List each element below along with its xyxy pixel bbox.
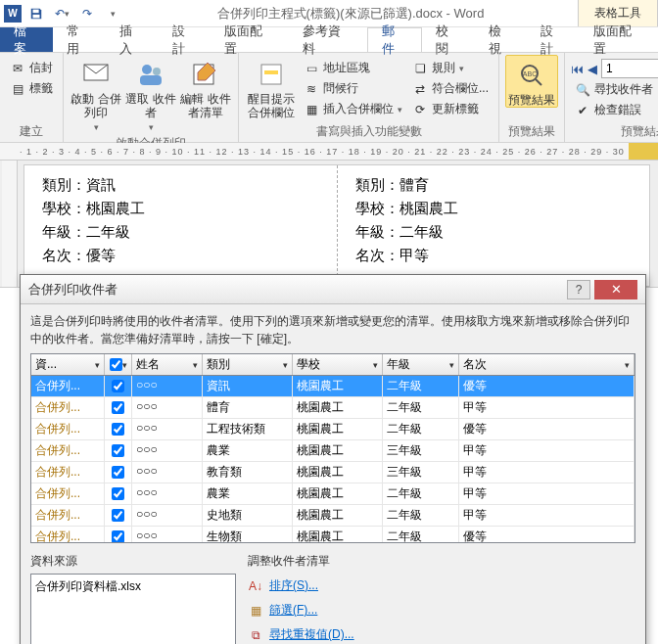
sort-icon: A↓ [248, 578, 263, 594]
cell-school: 桃園農工 [293, 505, 383, 526]
label-line: 學校：桃園農工 [355, 197, 633, 220]
col-source[interactable]: 資...▾ [31, 354, 105, 375]
insert-merge-field-button[interactable]: ▦插入合併欄位▾ [300, 100, 406, 118]
mail-merge-recipients-dialog: 合併列印收件者 ? ✕ 這是合併列印時將使用的收件者清單。使用下列的選項來新增或… [20, 274, 646, 644]
table-row[interactable]: 合併列...○○○農業桃園農工二年級甲等 [31, 483, 634, 505]
table-row[interactable]: 合併列...○○○農業桃園農工三年級甲等 [31, 440, 634, 462]
save-button[interactable] [25, 3, 47, 24]
address-icon: ▭ [304, 61, 319, 76]
group-create-label: 建立 [6, 121, 57, 140]
table-row[interactable]: 合併列...○○○工程技術類桃園農工二年級優等 [31, 419, 634, 440]
cell-rank: 甲等 [459, 397, 634, 418]
record-number-input[interactable] [601, 59, 658, 78]
ruler-marker: 拾 34 [629, 145, 654, 158]
label-cell-1[interactable]: 類別：資訊 學校：桃園農工 年級：二年級 名次：優等 [24, 165, 338, 286]
row-checkbox[interactable] [112, 423, 124, 436]
table-row[interactable]: 合併列...○○○體育桃園農工二年級甲等 [31, 397, 634, 419]
undo-button[interactable]: ↶▾ [51, 3, 72, 24]
tab-table-layout[interactable]: 版面配置 [580, 27, 658, 52]
tab-references[interactable]: 參考資料 [289, 27, 367, 52]
cell-rank: 優等 [459, 419, 634, 439]
tab-insert[interactable]: 插入 [106, 27, 159, 52]
group-preview-nav: ⏮ ◀ 🔍尋找收件者 ✔檢查錯誤 預覽結果 [565, 53, 658, 142]
cell-type: 資訊 [203, 376, 293, 396]
vertical-ruler[interactable] [2, 161, 18, 287]
row-checkbox[interactable] [112, 444, 124, 457]
table-body[interactable]: 合併列...○○○資訊桃園農工二年級優等合併列...○○○體育桃園農工二年級甲等… [31, 376, 634, 542]
cell-rank: 優等 [459, 527, 634, 542]
start-mail-merge-button[interactable]: 啟動 合併列印▾ [70, 55, 122, 133]
filter-link[interactable]: ▦篩選(F)... [248, 598, 635, 622]
filter-icon: ▦ [248, 603, 263, 619]
table-row[interactable]: 合併列...○○○史地類桃園農工二年級甲等 [31, 505, 634, 527]
dialog-help-button[interactable]: ? [567, 280, 590, 299]
table-row[interactable]: 合併列...○○○教育類桃園農工三年級甲等 [31, 462, 634, 483]
table-row[interactable]: 合併列...○○○資訊桃園農工二年級優等 [31, 376, 634, 397]
select-all-checkbox[interactable] [110, 358, 122, 371]
tab-review[interactable]: 校閱 [422, 27, 475, 52]
data-source-list[interactable]: 合併列印資料檔.xlsx [30, 574, 236, 644]
update-icon: ⟳ [412, 102, 428, 117]
dialog-titlebar[interactable]: 合併列印收件者 ? ✕ [21, 275, 645, 304]
col-rank[interactable]: 名次▾ [459, 354, 634, 375]
highlight-merge-fields-button[interactable]: 醒目提示 合併欄位 [245, 55, 298, 120]
row-checkbox[interactable] [112, 487, 124, 500]
cell-type: 工程技術類 [203, 419, 293, 439]
cell-source: 合併列... [31, 419, 105, 439]
svg-rect-0 [33, 9, 39, 13]
check-errors-button[interactable]: ✔檢查錯誤 [571, 101, 658, 119]
data-source-item[interactable]: 合併列印資料檔.xlsx [35, 578, 231, 595]
tab-table-design[interactable]: 設計 [527, 27, 580, 52]
tab-view[interactable]: 檢視 [475, 27, 528, 52]
address-block-button[interactable]: ▭地址區塊 [300, 59, 406, 77]
greeting-icon: ≋ [304, 81, 319, 97]
col-check[interactable]: ▾ [105, 354, 132, 375]
refine-label: 調整收件者清單 [248, 553, 635, 570]
redo-button[interactable]: ↷ [76, 3, 98, 24]
find-duplicates-link[interactable]: ⧉尋找重複值(D)... [248, 622, 635, 644]
prev-record-button[interactable]: ◀ [588, 62, 597, 76]
match-fields-button[interactable]: ⇄符合欄位... [408, 79, 493, 98]
row-checkbox[interactable] [112, 401, 124, 414]
table-row[interactable]: 合併列...○○○生物類桃園農工二年級優等 [31, 527, 634, 542]
row-checkbox[interactable] [112, 380, 124, 392]
cell-name: ○○○ [132, 527, 203, 542]
page: 類別：資訊 學校：桃園農工 年級：二年級 名次：優等 類別：體育 學校：桃園農工… [24, 164, 650, 287]
row-checkbox[interactable] [112, 466, 124, 479]
tab-file[interactable]: 檔案 [0, 27, 53, 52]
tab-home[interactable]: 常用 [53, 27, 106, 52]
cell-source: 合併列... [31, 505, 105, 526]
tab-layout[interactable]: 版面配置 [211, 27, 289, 52]
label-line: 類別：資訊 [42, 173, 319, 197]
table-header: 資...▾ ▾ 姓名▾ 類別▾ 學校▾ 年級▾ 名次▾ [31, 354, 634, 376]
find-recipient-button[interactable]: 🔍尋找收件者 [571, 80, 658, 99]
labels-button[interactable]: ▤標籤 [6, 79, 57, 98]
envelopes-button[interactable]: ✉信封 [6, 59, 57, 77]
rules-button[interactable]: ❏規則▾ [408, 59, 493, 77]
col-name[interactable]: 姓名▾ [132, 354, 203, 375]
row-checkbox[interactable] [112, 530, 124, 542]
data-source-label: 資料來源 [30, 553, 236, 570]
col-school[interactable]: 學校▾ [293, 354, 383, 375]
sort-link[interactable]: A↓排序(S)... [248, 574, 635, 598]
row-checkbox[interactable] [112, 509, 124, 522]
update-labels-button[interactable]: ⟳更新標籤 [408, 100, 493, 118]
group-preview-label: 預覽結果 [505, 121, 558, 140]
greeting-line-button[interactable]: ≋問候行 [300, 79, 406, 98]
preview-results-button[interactable]: ABC預覽結果 [505, 55, 558, 108]
label-cell-2[interactable]: 類別：體育 學校：桃園農工 年級：二年級 名次：甲等 [338, 165, 650, 286]
edit-recipient-list-button[interactable]: 編輯 收件者清單 [179, 55, 232, 120]
cell-school: 桃園農工 [293, 483, 383, 504]
cell-source: 合併列... [31, 483, 105, 504]
tab-design[interactable]: 設計 [159, 27, 212, 52]
col-type[interactable]: 類別▾ [203, 354, 293, 375]
dialog-close-button[interactable]: ✕ [594, 280, 637, 299]
col-grade[interactable]: 年級▾ [383, 354, 459, 375]
tab-mailings[interactable]: 郵件 [367, 27, 422, 52]
first-record-button[interactable]: ⏮ [571, 62, 584, 76]
select-recipients-button[interactable]: 選取 收件者▾ [124, 55, 177, 133]
qat-customize[interactable]: ▾ [102, 3, 123, 24]
horizontal-ruler[interactable]: · 1 · 2 · 3 · 4 · 5 · 6 · 7 · 8 · 9 · 10… [0, 143, 658, 161]
cell-name: ○○○ [132, 505, 203, 526]
label-line: 名次：甲等 [355, 244, 633, 267]
